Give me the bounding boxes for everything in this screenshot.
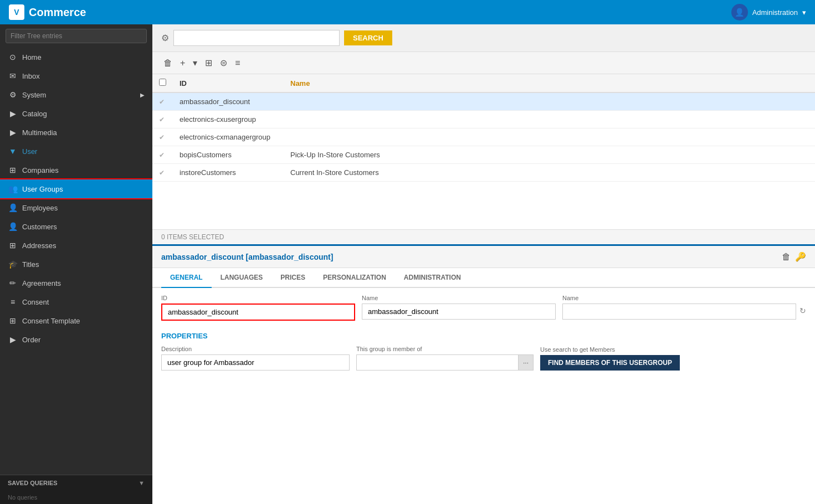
search-settings-icon[interactable]: ⚙: [161, 33, 169, 43]
sidebar: ⊙ Home ✉ Inbox ⚙ System ▶ ▶ Catalog ▶: [0, 24, 152, 504]
app-logo: V Commerce: [9, 4, 86, 20]
titles-icon: 🎓: [8, 260, 18, 269]
sidebar-item-multimedia[interactable]: ▶ Multimedia: [0, 123, 152, 142]
name2-label: Name: [562, 295, 806, 301]
system-icon: ⚙: [8, 90, 18, 99]
row-name: [284, 92, 815, 111]
refresh-icon: ↻: [799, 306, 806, 320]
addresses-icon: ⊞: [8, 241, 18, 250]
sidebar-item-label: Companies: [22, 166, 59, 174]
name-field-group: Name: [362, 295, 556, 321]
properties-title: PROPERTIES: [161, 332, 806, 340]
find-members-button[interactable]: FIND MEMBERS OF THIS USERGROUP: [540, 355, 680, 371]
row-name: Pick-Up In-Store Customers: [284, 146, 815, 164]
tick-icon: ✔: [159, 116, 165, 124]
sidebar-item-agreements[interactable]: ✏ Agreements: [0, 274, 152, 292]
sidebar-item-label: Order: [22, 336, 40, 344]
multimedia-icon: ▶: [8, 128, 18, 137]
id-input[interactable]: [161, 304, 355, 321]
sidebar-item-label: User: [22, 147, 37, 156]
action-toolbar: 🗑 + ▾ ⊞ ⊜ ≡: [152, 52, 815, 74]
select-all-checkbox[interactable]: [159, 79, 166, 86]
sidebar-item-inbox[interactable]: ✉ Inbox: [0, 66, 152, 85]
search-input[interactable]: [173, 30, 340, 46]
col-id-header: ID: [173, 74, 284, 92]
sidebar-item-label: Inbox: [22, 72, 40, 80]
filter-icon[interactable]: ▼: [139, 480, 145, 486]
description-input[interactable]: [161, 354, 350, 371]
table-row[interactable]: ✔ electronics-cxusergroup: [152, 111, 815, 128]
saved-queries-header: SAVED QUERIES ▼: [0, 475, 152, 491]
chevron-right-icon: ▶: [140, 92, 145, 98]
row-name: [284, 111, 815, 128]
tab-prices[interactable]: PRICES: [271, 268, 314, 288]
sidebar-item-addresses[interactable]: ⊞ Addresses: [0, 236, 152, 255]
detail-settings-button[interactable]: 🔑: [795, 251, 806, 262]
sidebar-item-titles[interactable]: 🎓 Titles: [0, 255, 152, 274]
admin-label: Administration: [752, 8, 798, 17]
dropdown-button[interactable]: ▾: [191, 56, 199, 69]
table-row[interactable]: ✔ electronics-cxmanagergroup: [152, 128, 815, 146]
sidebar-item-label: Consent: [22, 298, 49, 306]
row-id: bopisCustomers: [173, 146, 284, 164]
tab-personalization[interactable]: PERSONALIZATION: [314, 268, 395, 288]
col-name-header: Name: [284, 74, 815, 92]
sidebar-item-employees[interactable]: 👤 Employees: [0, 198, 152, 217]
member-of-input[interactable]: [357, 355, 518, 370]
detail-panel: ambassador_discount [ambassador_discount…: [152, 244, 815, 504]
app-header: V Commerce 👤 Administration ▾: [0, 0, 815, 24]
sidebar-item-user[interactable]: ▼ User: [0, 142, 152, 161]
row-id: electronics-cxmanagergroup: [173, 128, 284, 146]
search-button[interactable]: SEARCH: [344, 30, 392, 45]
items-selected-label: 0 ITEMS SELECTED: [152, 229, 815, 244]
sidebar-item-customers[interactable]: 👤 Customers: [0, 217, 152, 236]
detail-tabs: GENERAL LANGUAGES PRICES PERSONALIZATION…: [152, 268, 815, 288]
list-view-button[interactable]: ≡: [233, 57, 242, 69]
sidebar-item-label: Catalog: [22, 110, 47, 118]
table-row[interactable]: ✔ instoreCustomers Current In-Store Cust…: [152, 164, 815, 182]
sidebar-item-user-groups[interactable]: 👥 User Groups: [0, 179, 152, 198]
sidebar-item-companies[interactable]: ⊞ Companies: [0, 161, 152, 179]
member-of-browse-button[interactable]: ···: [518, 355, 533, 370]
delete-button[interactable]: 🗑: [161, 57, 175, 69]
detail-fields: ID Name Name ↻: [152, 288, 815, 327]
tick-icon: ✔: [159, 151, 165, 159]
sidebar-item-system[interactable]: ⚙ System ▶: [0, 85, 152, 104]
sidebar-nav-wrapper: ⊙ Home ✉ Inbox ⚙ System ▶ ▶ Catalog ▶: [0, 48, 152, 475]
sidebar-item-catalog[interactable]: ▶ Catalog: [0, 104, 152, 123]
member-of-label: This group is member of: [356, 346, 534, 352]
add-button[interactable]: +: [178, 57, 187, 69]
table-row[interactable]: ✔ ambassador_discount: [152, 92, 815, 111]
row-id: instoreCustomers: [173, 164, 284, 182]
member-of-input-wrapper: ···: [356, 354, 534, 371]
sidebar-item-label: Consent Template: [22, 317, 80, 325]
id-field-group: ID: [161, 295, 355, 321]
tick-icon: ✔: [159, 133, 165, 141]
logo-icon: V: [9, 4, 24, 20]
grid-view-button[interactable]: ⊞: [203, 56, 214, 69]
sidebar-nav: ⊙ Home ✉ Inbox ⚙ System ▶ ▶ Catalog ▶: [0, 48, 152, 475]
sidebar-item-order[interactable]: ▶ Order: [0, 330, 152, 349]
name-input[interactable]: [362, 304, 556, 320]
sidebar-item-home[interactable]: ⊙ Home: [0, 48, 152, 66]
tick-icon: ✔: [159, 169, 165, 177]
member-of-group: This group is member of ···: [356, 346, 534, 371]
admin-menu[interactable]: 👤 Administration ▾: [731, 4, 806, 20]
name2-field-group: Name ↻: [562, 295, 806, 321]
tab-languages[interactable]: LANGUAGES: [212, 268, 272, 288]
order-icon: ▶: [8, 335, 18, 344]
row-name: [284, 128, 815, 146]
tab-administration[interactable]: ADMINISTRATION: [395, 268, 470, 288]
filter-input[interactable]: [6, 29, 147, 43]
table-row[interactable]: ✔ bopisCustomers Pick-Up In-Store Custom…: [152, 146, 815, 164]
tab-general[interactable]: GENERAL: [161, 268, 212, 288]
companies-icon: ⊞: [8, 166, 18, 174]
user-groups-table: ID Name ✔ ambassador_discount ✔ electron…: [152, 74, 815, 182]
sidebar-item-consent-template[interactable]: ⊞ Consent Template: [0, 311, 152, 330]
detail-delete-button[interactable]: 🗑: [782, 251, 791, 262]
compare-button[interactable]: ⊜: [218, 56, 229, 69]
description-label: Description: [161, 346, 350, 352]
user-groups-icon: 👥: [8, 184, 18, 193]
sidebar-item-consent[interactable]: ≡ Consent: [0, 292, 152, 311]
name2-input[interactable]: [562, 304, 796, 320]
